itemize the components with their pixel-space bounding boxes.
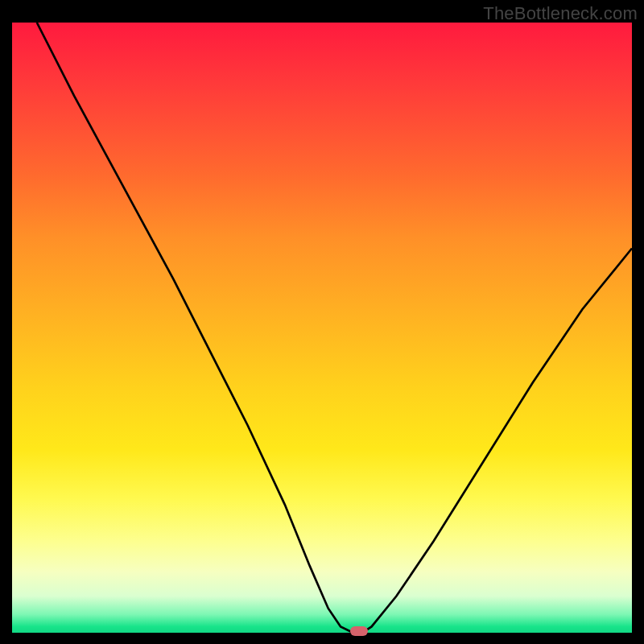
bottleneck-curve [12,23,632,633]
plot-area [12,23,632,633]
curve-path [37,23,632,633]
min-marker [350,626,368,636]
chart-frame: TheBottleneck.com [0,0,644,644]
watermark-text: TheBottleneck.com [483,3,638,24]
